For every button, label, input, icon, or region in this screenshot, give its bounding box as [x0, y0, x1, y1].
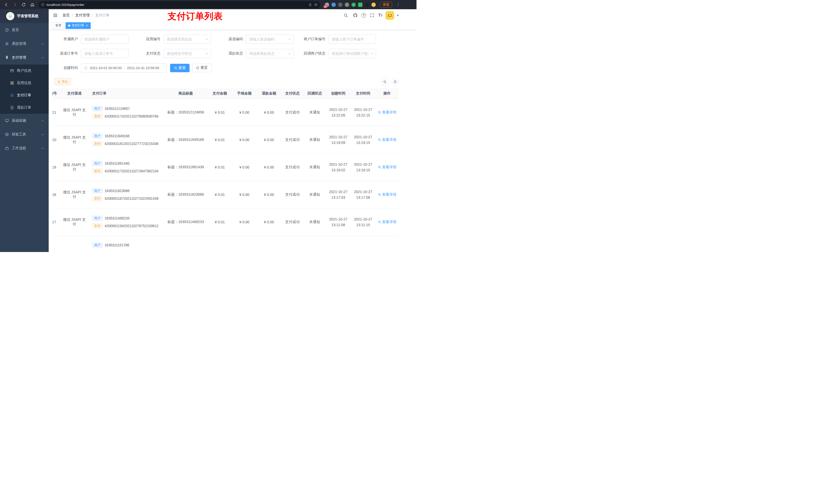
user-avatar[interactable]: [385, 11, 394, 20]
sidebar-logo-row[interactable]: 芋道管理系统: [0, 9, 49, 23]
tab-home[interactable]: 首页: [53, 22, 64, 29]
col-amount: 支付金额: [208, 88, 232, 99]
notify-status-select[interactable]: [328, 49, 376, 58]
channel-order-no-input[interactable]: [81, 49, 128, 58]
app-logo: [6, 12, 14, 20]
sidebar-item-dev-tools[interactable]: 研发工具: [0, 127, 49, 141]
reset-button[interactable]: 重置: [192, 64, 212, 72]
export-button[interactable]: 导出: [54, 78, 71, 85]
extension-icon-olive[interactable]: [345, 3, 349, 7]
caret-down-icon[interactable]: ▾: [397, 14, 399, 17]
filter-channel-code: 渠道编码: [218, 34, 293, 44]
tab-label: 首页: [55, 23, 62, 28]
cell-channel: 微信 JSAPI 支付: [60, 99, 89, 126]
pay-status-select[interactable]: [163, 49, 211, 58]
share-icon[interactable]: [308, 3, 312, 6]
cell-refund: ¥ 0.00: [257, 126, 281, 154]
view-detail-link[interactable]: 查看详情: [378, 220, 397, 224]
tab-pay-order[interactable]: 支付订单 ×: [66, 22, 91, 29]
col-status: 支付状态: [281, 88, 304, 99]
reset-button-label: 重置: [200, 66, 208, 70]
filter-label: 支付状态: [135, 51, 163, 56]
view-detail-link[interactable]: 查看详情: [378, 192, 397, 197]
view-detail-link[interactable]: 查看详情: [378, 138, 397, 142]
cell-channel: 微信 JSAPI 支付: [60, 154, 89, 181]
chevron-down-icon: [41, 43, 44, 45]
toggle-search-icon[interactable]: [381, 78, 388, 85]
cell-notify: 未通知: [304, 181, 326, 209]
cell-refund: ¥ 0.00: [257, 209, 281, 236]
browser-home-icon[interactable]: [29, 1, 36, 8]
navbar-actions: ? TT ▾: [342, 11, 416, 20]
cell-fee: ¥ 0.00: [232, 99, 257, 126]
sidebar-item-system[interactable]: 系统管理: [0, 37, 49, 51]
sidebar-item-refund-order[interactable]: 退款订单: [0, 101, 49, 114]
sidebar-item-pay-order[interactable]: 支付订单: [0, 89, 49, 101]
extension-icon-blue[interactable]: [331, 3, 336, 7]
github-icon[interactable]: [352, 12, 359, 19]
breadcrumb-home[interactable]: 首页: [63, 13, 70, 18]
table-row: 120 微信 JSAPI 支付 商户1635311949168 支付420000…: [52, 126, 399, 154]
cell-create-time: 2021-10-2713:18:02: [326, 154, 351, 181]
app-id-select[interactable]: [163, 34, 211, 44]
search-button[interactable]: 搜索: [170, 64, 190, 72]
view-detail-link[interactable]: 查看详情: [378, 165, 397, 170]
red-annotation-text: 支付订单列表: [168, 10, 223, 22]
browser-menu-icon[interactable]: ⋮: [395, 2, 401, 7]
extension-icon-check[interactable]: ✓: [352, 3, 356, 7]
merchant-order-no-input[interactable]: [328, 34, 376, 44]
sidebar-item-app-info[interactable]: 应用信息: [0, 77, 49, 89]
site-info-icon[interactable]: [41, 3, 45, 6]
help-icon[interactable]: ?: [361, 13, 366, 18]
address-bar[interactable]: localhost:1024/pay/order: [39, 1, 320, 8]
browser-update-button[interactable]: 更新: [380, 2, 392, 8]
fullscreen-icon[interactable]: [369, 12, 376, 19]
refund-status-select[interactable]: [246, 49, 293, 58]
briefcase-icon: [5, 146, 9, 150]
col-channel: 支付渠道: [60, 88, 89, 99]
extension-icon-green-square[interactable]: [358, 3, 362, 7]
cell-fee: ¥ 0.00: [232, 126, 257, 154]
view-detail-label: 查看详情: [382, 165, 397, 170]
extension-puzzle-icon[interactable]: 10: [325, 3, 329, 7]
browser-reload-icon[interactable]: [20, 1, 27, 8]
chevron-down-icon: [41, 147, 44, 150]
sidebar-toggle-icon[interactable]: [53, 13, 58, 18]
extension-icon-pin[interactable]: [365, 3, 369, 7]
extension-icon-emoji[interactable]: [372, 3, 376, 7]
close-icon[interactable]: ×: [86, 24, 88, 27]
refresh-icon[interactable]: [391, 78, 399, 85]
view-detail-link[interactable]: 查看详情: [378, 110, 397, 115]
extension-icon-gray[interactable]: [338, 3, 342, 7]
cell-amount: ¥ 0.01: [208, 126, 232, 154]
filter-notify-status: 回调商户状态: [300, 49, 376, 58]
cell-pay-time: 2021-10-2713:18:10: [351, 154, 376, 181]
filter-channel-order-no: 渠道订单号: [53, 49, 128, 58]
col-create-time: 创建时间: [326, 88, 351, 99]
search-icon[interactable]: [342, 12, 349, 19]
url-text[interactable]: localhost:1024/pay/order: [47, 3, 306, 7]
channel-code-select[interactable]: [246, 34, 293, 44]
browser-forward-icon[interactable]: [11, 1, 19, 8]
browser-back-icon[interactable]: [3, 1, 10, 8]
cell-title: 标题：1635311823086: [164, 181, 208, 209]
date-range-picker[interactable]: 2021-10-01 00:00:00 - 2021-10-31 23:59:5…: [81, 63, 166, 72]
pay-order-no: 4200001173202110272847982104: [104, 169, 158, 173]
breadcrumb-pay-manage[interactable]: 支付管理: [75, 13, 90, 18]
table-row: 121 微信 JSAPI 支付 商户1635312124657 支付420000…: [52, 99, 399, 126]
sidebar-item-payment[interactable]: ¥ 支付管理: [0, 51, 49, 65]
filter-label: 创建时间: [53, 66, 81, 70]
sidebar-item-workflow[interactable]: 工作流程: [0, 141, 49, 155]
filter-label: 渠道编码: [218, 37, 246, 42]
bookmark-star-icon[interactable]: [314, 3, 318, 6]
cell-amount: ¥ 0.01: [208, 181, 232, 209]
font-size-icon[interactable]: TT: [378, 13, 383, 18]
sidebar-item-home[interactable]: 首页: [0, 23, 49, 37]
cell-create-time: 2021-10-2713:19:09: [326, 126, 351, 154]
table-row-partial: 商户1635311151786: [52, 236, 399, 252]
cell-channel: 微信 JSAPI 支付: [60, 209, 89, 236]
merchant-input[interactable]: [81, 34, 128, 44]
sidebar-item-infrastructure[interactable]: 基础设施: [0, 114, 49, 127]
search-button-label: 搜索: [178, 66, 186, 70]
sidebar-item-merchant-info[interactable]: 商户信息: [0, 65, 49, 77]
